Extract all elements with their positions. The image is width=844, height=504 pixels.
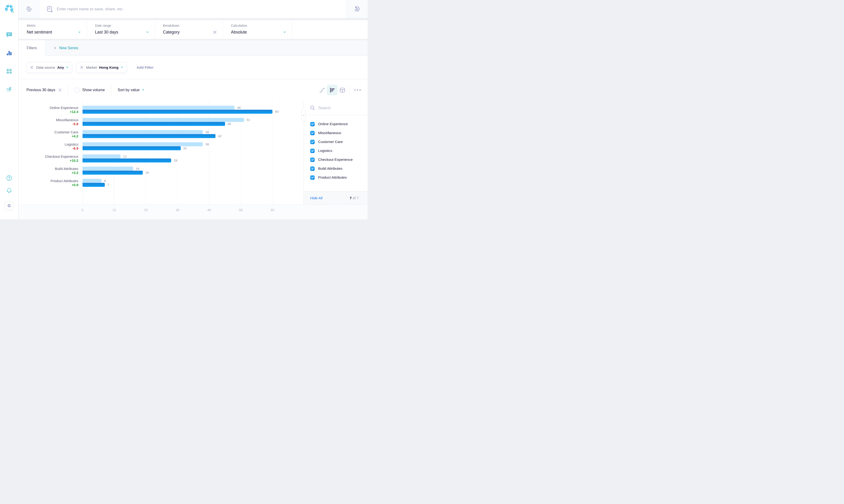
- bar-current-period[interactable]: [83, 122, 225, 126]
- series-tabs: Filters + New Series: [19, 40, 367, 56]
- reset-icon: [354, 6, 360, 12]
- plus-icon: +: [54, 46, 56, 50]
- legend-item-label: Customer Care: [318, 140, 343, 144]
- chart-category-group: Logistics -6.9 38 31: [19, 142, 303, 150]
- category-delta: +0.9: [19, 183, 78, 187]
- line-chart-view-button[interactable]: [318, 85, 327, 95]
- category-delta: +12.4: [19, 110, 78, 114]
- bar-value-label: 31: [183, 146, 187, 150]
- bar-previous-period[interactable]: [83, 167, 133, 170]
- report-name-input[interactable]: [57, 7, 346, 12]
- hide-all-link[interactable]: Hide All: [310, 196, 323, 200]
- filter-chip-data-source[interactable]: Data source Any: [26, 62, 72, 73]
- bar-previous-period[interactable]: [83, 106, 234, 110]
- legend-item[interactable]: Online Experience: [310, 120, 367, 128]
- chevron-down-icon[interactable]: [66, 67, 69, 68]
- user-avatar[interactable]: G: [4, 201, 14, 211]
- panel-resize-handle[interactable]: [302, 109, 305, 122]
- bar-current-period[interactable]: [83, 134, 215, 138]
- chart-category-group: Build Attributes +3.2 16 19: [19, 167, 303, 175]
- bar-previous-period[interactable]: [83, 179, 102, 183]
- bar-chart-plot: Online Experience +12.4 48 60 Miscellane…: [19, 101, 303, 205]
- reset-report-button[interactable]: [346, 0, 367, 18]
- remove-filter-icon[interactable]: [30, 66, 33, 69]
- legend-item-label: Build Attributes: [318, 166, 342, 170]
- legend-item-label: Logistics: [318, 149, 332, 153]
- bar-current-period[interactable]: [83, 159, 171, 162]
- legend-search-input[interactable]: [318, 106, 358, 110]
- bar-chart-view-button[interactable]: [327, 85, 338, 95]
- bar-value-label: 48: [237, 106, 240, 110]
- filter-chip-market[interactable]: Market Hong Kong: [76, 62, 127, 73]
- legend-checkbox-checked[interactable]: [310, 166, 315, 171]
- bar-previous-period[interactable]: [83, 155, 121, 159]
- report-name-area: [39, 0, 346, 18]
- report-add-icon: [47, 6, 53, 13]
- chevron-down-icon[interactable]: [142, 89, 144, 91]
- date-range-selector[interactable]: Date range Last 30 days: [87, 20, 155, 39]
- sidebar-analyze-icon[interactable]: [6, 50, 12, 56]
- category-delta: -5.8: [19, 122, 78, 126]
- tab-filters[interactable]: Filters: [19, 40, 45, 56]
- legend-item[interactable]: Build Attributes: [310, 164, 367, 173]
- bar-current-period[interactable]: [83, 170, 143, 175]
- show-volume-checkbox[interactable]: [75, 88, 79, 92]
- category-label: Product Attributes: [19, 179, 78, 183]
- calculation-selector[interactable]: Calculation Absolute: [223, 20, 292, 39]
- filter-chip-label: Market: [86, 66, 97, 69]
- help-icon[interactable]: [6, 175, 12, 181]
- legend-item-label: Miscellaneous: [318, 131, 341, 135]
- add-filter-button[interactable]: Add Filter: [137, 66, 154, 70]
- new-series-button[interactable]: + New Series: [54, 46, 78, 50]
- sidebar-conversations-icon[interactable]: [6, 32, 12, 38]
- legend-count-total: of 7: [353, 196, 359, 200]
- legend-checkbox-checked[interactable]: [310, 122, 315, 126]
- app-logo-icon[interactable]: [4, 4, 14, 14]
- divider: [111, 84, 111, 96]
- calculation-value: Absolute: [231, 30, 247, 35]
- bar-previous-period[interactable]: [83, 130, 203, 134]
- legend-item[interactable]: Customer Care: [310, 137, 367, 146]
- divider: [350, 86, 350, 94]
- category-label: Build Attributes: [19, 167, 78, 170]
- legend-item[interactable]: Checkout Experience: [310, 155, 367, 164]
- sort-by-value-dropdown[interactable]: Sort by value: [118, 88, 140, 92]
- notifications-bell-icon[interactable]: [6, 187, 12, 194]
- legend-checkbox-checked[interactable]: [310, 140, 315, 144]
- chevron-down-icon[interactable]: [121, 67, 123, 68]
- legend-item[interactable]: Miscellaneous: [310, 128, 367, 137]
- legend-item[interactable]: Logistics: [310, 146, 367, 155]
- sidebar-quick-insights-icon[interactable]: [6, 87, 13, 92]
- table-view-button[interactable]: [338, 85, 347, 95]
- chevron-down-icon[interactable]: [284, 32, 286, 33]
- bar-previous-period[interactable]: [83, 118, 244, 122]
- bar-current-period[interactable]: [83, 183, 105, 187]
- remove-breakdown-button[interactable]: [213, 31, 217, 34]
- legend-checkbox-checked[interactable]: [310, 175, 315, 180]
- bar-previous-period[interactable]: [83, 142, 203, 146]
- new-series-label: New Series: [59, 46, 78, 50]
- more-options-button[interactable]: [353, 85, 362, 95]
- legend-item[interactable]: Product Attributes: [310, 173, 367, 182]
- x-axis: 0102030405060: [19, 205, 303, 218]
- remove-filter-icon[interactable]: [80, 66, 83, 69]
- chevron-down-icon[interactable]: [78, 32, 80, 33]
- metric-selector[interactable]: Metric Net sentiment: [19, 20, 87, 39]
- bar-current-period[interactable]: [83, 146, 181, 150]
- legend-item-label: Online Experience: [318, 122, 348, 126]
- legend-checkbox-checked[interactable]: [310, 158, 315, 162]
- chevron-down-icon[interactable]: [146, 32, 149, 33]
- main-menu-button[interactable]: [19, 0, 39, 18]
- tabs-strip: + New Series: [45, 40, 367, 56]
- legend-checkbox-checked[interactable]: [310, 149, 315, 153]
- remove-comparison-button[interactable]: [58, 88, 62, 92]
- view-switcher: [318, 85, 367, 95]
- date-range-label: Date range: [95, 24, 149, 28]
- sidebar-dashboards-icon[interactable]: [6, 69, 12, 74]
- bar-current-period[interactable]: [83, 110, 272, 114]
- category-delta: +10.2: [19, 159, 78, 162]
- legend-checkbox-checked[interactable]: [310, 131, 315, 135]
- bar-value-label: 38: [205, 130, 209, 134]
- breakdown-selector[interactable]: Breakdown Category: [155, 20, 223, 39]
- search-icon: [310, 105, 315, 110]
